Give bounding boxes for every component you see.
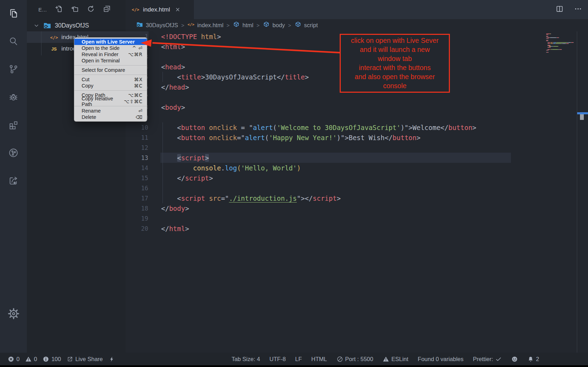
new-folder-button[interactable]: [70, 5, 79, 15]
code-line-15: 15 </script>: [126, 173, 213, 183]
status-left: 00100Live Share: [8, 356, 115, 362]
status-bar: 00100Live Share Tab Size: 4UTF-8LFHTMLPo…: [0, 353, 588, 365]
html-code-icon: </>: [187, 21, 195, 30]
status-live-share[interactable]: Live Share: [67, 356, 103, 362]
editor-actions: [555, 0, 582, 19]
code-line-12: 12: [126, 143, 161, 153]
line-number: 10: [126, 124, 148, 131]
menu-item-rename[interactable]: Rename⏎: [74, 108, 147, 114]
more-actions-button[interactable]: [574, 5, 582, 15]
info-circle-icon: [43, 356, 49, 362]
collapse-folders-button[interactable]: [103, 5, 111, 15]
activity-item-explorer[interactable]: [0, 0, 27, 28]
tab-index-html[interactable]: </> index.html: [126, 0, 194, 19]
vscode-window: E... 30DaysOfJS </> index.html JS introd…: [0, 0, 588, 367]
annotation-line: console: [341, 81, 448, 90]
breadcrumb-item-30DaysOfJS[interactable]: 30DaysOfJS: [136, 21, 178, 30]
warning-filled-icon: [383, 356, 389, 362]
line-number: 19: [126, 215, 148, 222]
code-line-5: 5 <title>30DaysOfJavaScript</title>: [126, 72, 309, 82]
cube-icon: [233, 21, 240, 30]
code-line-19: 19: [126, 213, 161, 223]
refresh-icon: [86, 5, 95, 15]
html-code-icon: </>: [131, 6, 140, 14]
js-icon: JS: [50, 45, 58, 53]
code-line-11: 11 <button onclick="alert('Happy New Yea…: [126, 132, 421, 143]
menu-item-cut[interactable]: Cut⌘X: [74, 76, 147, 83]
status-encoding[interactable]: UTF-8: [270, 356, 286, 362]
breadcrumb-item-html[interactable]: html: [233, 21, 253, 30]
line-number: 20: [126, 225, 148, 232]
minimap[interactable]: [546, 33, 577, 53]
close-icon[interactable]: [175, 7, 181, 13]
overview-ruler: [577, 31, 588, 353]
code-line-16: 16: [126, 183, 161, 193]
activity-item-run-and-debug[interactable]: [0, 84, 27, 112]
activity-item-git-tool[interactable]: [0, 139, 27, 167]
menu-item-open-with-live-server[interactable]: Open with Live Server: [74, 39, 147, 45]
activity-item-extensions[interactable]: [0, 112, 27, 139]
gear-icon: [7, 307, 20, 321]
search-icon: [8, 36, 19, 48]
svg-text:</>: </>: [50, 35, 58, 40]
activity-item-live-share[interactable]: [0, 167, 27, 195]
tree-indent-guide: [41, 31, 42, 55]
status-errors[interactable]: 0: [8, 356, 20, 362]
status-eslint[interactable]: ESLint: [383, 356, 408, 362]
slash-circle-icon: [337, 356, 343, 362]
folder-row-30daysofjs[interactable]: 30DaysOfJS: [27, 20, 126, 31]
line-number: 16: [126, 185, 148, 192]
source-control-icon: [8, 64, 19, 76]
current-line-highlight: [160, 153, 511, 163]
explorer-header: E...: [27, 0, 126, 19]
status-notifications[interactable]: 2: [527, 356, 539, 362]
menu-item-delete[interactable]: Delete⌫: [74, 114, 147, 120]
status-prettier[interactable]: Prettier:: [473, 356, 502, 362]
code-line-13: 13 <script>: [126, 153, 209, 163]
status-feedback[interactable]: [511, 356, 518, 362]
breadcrumb-item-index.html[interactable]: </>index.html: [187, 21, 223, 30]
bell-icon: [527, 356, 534, 362]
status-info-count[interactable]: 100: [43, 356, 61, 362]
refresh-explorer-button[interactable]: [86, 5, 95, 15]
status-eol[interactable]: LF: [295, 356, 302, 362]
line-number: 14: [126, 165, 148, 171]
status-warnings[interactable]: 0: [25, 356, 37, 362]
settings-button[interactable]: [0, 304, 27, 325]
check-icon: [495, 356, 502, 362]
status-language-mode[interactable]: HTML: [311, 356, 327, 362]
error-circle-icon: [8, 356, 14, 362]
cube-icon: [294, 21, 302, 30]
menu-shortcut: ⌥⌘R: [128, 52, 143, 57]
status-variables-found[interactable]: Found 0 variables: [418, 356, 463, 362]
menu-shortcut: ^ ⏎: [132, 45, 143, 51]
warning-triangle-icon: [25, 356, 32, 362]
menu-item-select-for-compare[interactable]: Select for Compare: [74, 67, 147, 73]
menu-shortcut: ⌥⇧⌘C: [124, 99, 143, 104]
activity-bar: [0, 0, 27, 353]
tab-label: index.html: [143, 6, 170, 13]
lightning-icon: [108, 356, 115, 362]
split-editor-button[interactable]: [555, 5, 564, 15]
new-file-icon: [54, 5, 63, 15]
files-icon: [8, 8, 19, 20]
chevron-down-icon[interactable]: [33, 22, 40, 29]
menu-item-copy[interactable]: Copy⌘C: [74, 83, 147, 89]
activity-item-source-control[interactable]: [0, 56, 27, 84]
line-number: 13: [126, 154, 148, 161]
breadcrumb-item-body[interactable]: body: [263, 21, 285, 30]
activity-item-search[interactable]: [0, 28, 27, 56]
context-menu: Open with Live ServerOpen to the Side^ ⏎…: [74, 37, 147, 122]
status-live-server-port[interactable]: Port : 5500: [337, 356, 374, 362]
menu-item-open-to-the-side[interactable]: Open to the Side^ ⏎: [74, 45, 147, 51]
menu-item-copy-relative-path[interactable]: Copy Relative Path⌥⇧⌘C: [74, 98, 147, 105]
status-tab-size[interactable]: Tab Size: 4: [232, 356, 260, 362]
status-quick-action[interactable]: [108, 356, 115, 362]
breadcrumb-item-script[interactable]: script: [294, 21, 318, 30]
menu-item-reveal-in-finder[interactable]: Reveal in Finder⌥⌘R: [74, 51, 147, 58]
menu-item-open-in-terminal[interactable]: Open in Terminal: [74, 58, 147, 64]
line-number: 17: [126, 195, 148, 202]
new-file-button[interactable]: [54, 5, 63, 15]
breadcrumb-separator: >: [257, 22, 260, 28]
scrollbar-thumb[interactable]: [580, 114, 584, 120]
